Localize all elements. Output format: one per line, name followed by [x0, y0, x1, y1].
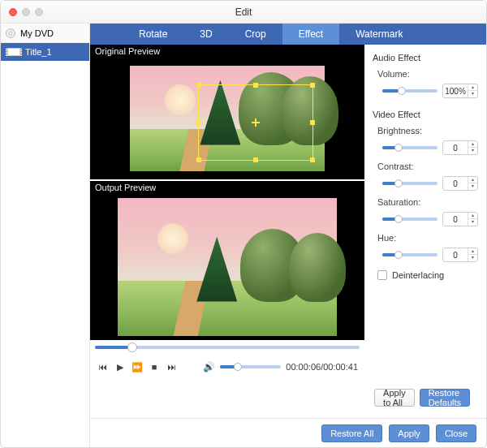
- volume-label: Volume:: [377, 69, 478, 79]
- next-button[interactable]: ⏭: [166, 360, 178, 373]
- brightness-label: Brightness:: [377, 126, 478, 136]
- volume-thumb[interactable]: [234, 363, 242, 371]
- time-display: 00:00:06/00:00:41: [286, 362, 358, 372]
- crop-handle[interactable]: [310, 157, 315, 162]
- crop-handle[interactable]: [310, 83, 315, 88]
- output-preview-label: Output Preview: [90, 181, 364, 194]
- deinterlacing-checkbox[interactable]: [377, 270, 387, 280]
- tab-rotate[interactable]: Rotate: [123, 24, 183, 45]
- output-preview: [90, 194, 364, 340]
- hue-stepper[interactable]: 0▴▾: [442, 248, 478, 262]
- crop-handle[interactable]: [253, 157, 258, 162]
- edit-window: Edit My DVD Title_1 Rotate 3D Crop Effec…: [0, 0, 487, 448]
- volume-effect-slider[interactable]: [382, 89, 437, 93]
- hue-slider[interactable]: [382, 253, 437, 256]
- dialog-footer: Restore All Apply Close: [90, 418, 486, 447]
- stepper-down-icon[interactable]: ▾: [468, 91, 477, 97]
- effects-panel: Audio Effect Volume: 100% ▴▾ Video Effec…: [364, 45, 486, 418]
- seek-bar-row: [90, 340, 364, 355]
- source-sidebar: My DVD Title_1: [1, 24, 90, 447]
- saturation-label: Saturation:: [377, 197, 478, 207]
- original-preview[interactable]: [90, 58, 364, 179]
- tab-3d[interactable]: 3D: [183, 24, 228, 45]
- brightness-slider[interactable]: [382, 146, 437, 149]
- crop-handle[interactable]: [196, 157, 201, 162]
- stop-button[interactable]: ■: [148, 360, 160, 373]
- play-button[interactable]: ▶: [114, 360, 126, 373]
- tab-watermark[interactable]: Watermark: [339, 24, 419, 45]
- disc-icon: [6, 28, 15, 38]
- tab-crop[interactable]: Crop: [229, 24, 282, 45]
- crop-handle[interactable]: [253, 83, 258, 88]
- preview-column: Original Preview: [90, 45, 364, 418]
- apply-button[interactable]: Apply: [389, 424, 429, 442]
- fast-forward-button[interactable]: ⏩: [131, 360, 143, 373]
- volume-slider[interactable]: [220, 365, 282, 368]
- deinterlacing-label: Deinterlacing: [392, 270, 444, 280]
- crop-handle[interactable]: [310, 120, 315, 125]
- seek-bar[interactable]: [95, 346, 360, 349]
- volume-icon[interactable]: 🔊: [203, 361, 215, 373]
- hue-label: Hue:: [377, 233, 478, 243]
- close-button[interactable]: Close: [436, 424, 476, 442]
- sidebar-root[interactable]: My DVD: [1, 24, 89, 43]
- volume-stepper[interactable]: 100% ▴▾: [442, 84, 478, 98]
- stepper-up-icon[interactable]: ▴: [468, 84, 477, 91]
- audio-effect-heading: Audio Effect: [373, 53, 478, 62]
- prev-button[interactable]: ⏮: [97, 360, 109, 373]
- tab-bar: Rotate 3D Crop Effect Watermark: [90, 24, 486, 45]
- apply-to-all-button[interactable]: Apply to All: [374, 389, 415, 407]
- sidebar-item-title-1[interactable]: Title_1: [1, 43, 89, 61]
- tab-effect[interactable]: Effect: [282, 24, 339, 45]
- seek-thumb[interactable]: [127, 342, 137, 352]
- brightness-stepper[interactable]: 0▴▾: [442, 140, 478, 155]
- crop-center-icon: [252, 118, 260, 127]
- contrast-label: Contrast:: [377, 162, 478, 171]
- panel-button-row: Apply to All Restore Defaults: [373, 384, 478, 411]
- crop-handle[interactable]: [196, 83, 201, 88]
- sidebar-root-label: My DVD: [20, 28, 54, 38]
- restore-defaults-button[interactable]: Restore Defaults: [420, 389, 470, 407]
- sidebar-item-label: Title_1: [25, 47, 52, 57]
- contrast-stepper[interactable]: 0▴▾: [442, 176, 478, 191]
- crop-selection[interactable]: [198, 84, 313, 161]
- film-icon: [7, 48, 20, 56]
- crop-handle[interactable]: [196, 120, 201, 125]
- original-preview-label: Original Preview: [90, 45, 364, 58]
- saturation-slider[interactable]: [382, 218, 437, 221]
- player-controls: ⏮ ▶ ⏩ ■ ⏭ 🔊 00:00:06/00:00:41: [90, 355, 364, 379]
- restore-all-button[interactable]: Restore All: [321, 424, 382, 442]
- contrast-slider[interactable]: [382, 182, 437, 185]
- title-bar: Edit: [1, 1, 486, 24]
- saturation-stepper[interactable]: 0▴▾: [442, 212, 478, 226]
- window-title: Edit: [1, 6, 486, 18]
- video-effect-heading: Video Effect: [373, 110, 478, 119]
